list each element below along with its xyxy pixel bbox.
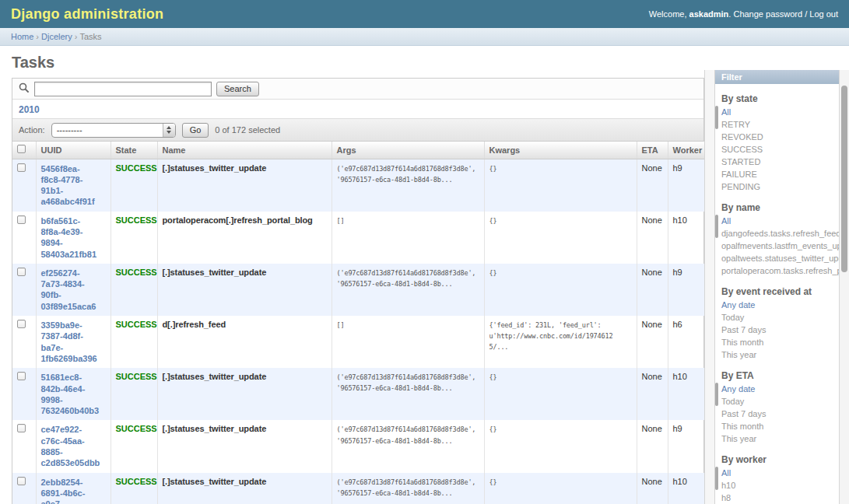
filter-list-scrollbar-thumb[interactable]	[715, 106, 718, 129]
filter-section-by-worker: By worker All h10 h8 h6	[715, 454, 839, 504]
column-header-kwargs[interactable]: Kwargs	[484, 142, 637, 159]
uuid-link[interactable]: 3359ba9e- 7387-4d8f- ba7e- 1fb6269ba396	[41, 320, 106, 364]
uuid-link[interactable]: 51681ec8- 842b-46e4- 9998- 7632460b40b3	[41, 372, 106, 416]
filter-heading: By event received at	[721, 286, 833, 297]
change-password-link[interactable]: Change password	[733, 9, 802, 19]
breadcrumb-home[interactable]: Home	[11, 32, 33, 41]
uuid-link[interactable]: 5456f8ea- f8c8-4778- 91b1- a468abc4f91f	[41, 163, 106, 208]
filter-section-by-eta: By ETA Any date Today Past 7 days This m…	[715, 370, 839, 445]
filter-option-link[interactable]: All	[721, 216, 731, 226]
filter-option-link[interactable]: All	[721, 468, 731, 478]
task-kwargs: {'feed_id': 231L, 'feed_url': u'http://w…	[489, 321, 613, 351]
filter-option-link[interactable]: Today	[721, 397, 744, 406]
column-header-worker[interactable]: Worker	[668, 142, 705, 159]
content-scrollbar[interactable]	[704, 70, 715, 504]
changelist-module: Search 2010 Action: --------- Go 0 of 17…	[12, 78, 704, 504]
table-row: 51681ec8- 842b-46e4- 9998- 7632460b40b3 …	[12, 368, 705, 420]
select-all-checkbox[interactable]	[17, 145, 26, 153]
filter-option-link[interactable]: FAILURE	[721, 170, 757, 179]
row-checkbox[interactable]	[17, 320, 26, 328]
task-worker: h10	[668, 212, 705, 264]
task-name: [.]statuses_twitter_update	[163, 477, 267, 486]
select-all-cell	[12, 142, 36, 159]
filter-option-link[interactable]: opalfmevents.lastfm_events_update	[721, 241, 839, 250]
filter-list-scrollbar-thumb[interactable]	[715, 467, 718, 490]
task-args: ('e97c687d13d87f614a6d81768d8f3d8e', '96…	[337, 478, 476, 497]
filter-option-link[interactable]: SUCCESS	[721, 145, 763, 154]
task-kwargs: {}	[489, 269, 497, 277]
action-counter: 0 of 172 selected	[215, 125, 280, 135]
row-checkbox[interactable]	[17, 215, 26, 224]
task-name: [.]statuses_twitter_update	[163, 372, 267, 381]
row-checkbox[interactable]	[17, 424, 26, 432]
user-links-separator: /	[805, 9, 807, 19]
filter-option-link[interactable]: This year	[721, 350, 756, 359]
search-input[interactable]	[34, 82, 212, 96]
filter-list-scrollbar-thumb[interactable]	[715, 215, 718, 238]
date-hierarchy-year-link[interactable]: 2010	[19, 104, 40, 115]
filter-heading: By worker	[721, 454, 833, 465]
page-scrollbar[interactable]	[839, 70, 849, 504]
action-select[interactable]: ---------	[51, 123, 176, 138]
row-checkbox[interactable]	[17, 163, 26, 172]
uuid-link[interactable]: 2ebb8254- 6891-4b6c- a0e7- b4104d4397	[41, 477, 106, 504]
task-eta: None	[637, 368, 668, 420]
task-worker: h6	[668, 316, 705, 368]
breadcrumb: Home›Djcelery›Tasks	[0, 28, 849, 46]
filter-option-link[interactable]: h10	[721, 481, 735, 490]
breadcrumb-djcelery[interactable]: Djcelery	[41, 32, 72, 41]
filter-option-link[interactable]: Any date	[721, 384, 755, 394]
state-badge: SUCCESS	[116, 215, 157, 225]
filter-option-link[interactable]: PENDING	[721, 182, 760, 191]
filter-option-link[interactable]: STARTED	[721, 157, 760, 166]
filter-option-link[interactable]: This month	[721, 422, 763, 431]
search-button[interactable]: Search	[216, 82, 259, 96]
task-worker: h10	[668, 473, 705, 504]
row-checkbox[interactable]	[17, 477, 26, 485]
filter-list-scrollbar-thumb[interactable]	[715, 383, 718, 406]
page-title: Tasks	[12, 54, 704, 72]
logout-link[interactable]: Log out	[809, 9, 838, 19]
filter-option-link[interactable]: This month	[721, 338, 763, 347]
search-toolbar: Search	[12, 79, 703, 100]
action-select-value: ---------	[52, 124, 163, 137]
table-row: 5456f8ea- f8c8-4778- 91b1- a468abc4f91f …	[12, 159, 705, 212]
filter-option-link[interactable]: All	[721, 107, 731, 117]
state-badge: SUCCESS	[116, 320, 157, 329]
task-kwargs: {}	[489, 373, 497, 381]
filter-option-link[interactable]: Past 7 days	[721, 409, 766, 418]
filter-panel: Filter By state All RETRY REVOKED SUCCES…	[715, 70, 839, 504]
column-header-args[interactable]: Args	[332, 142, 484, 159]
filter-option-link[interactable]: RETRY	[721, 120, 750, 129]
row-checkbox[interactable]	[17, 372, 26, 380]
go-button[interactable]: Go	[182, 123, 209, 138]
filter-option-link[interactable]: REVOKED	[721, 132, 763, 142]
column-header-eta[interactable]: ETA	[637, 142, 668, 159]
app-header: Django administration Welcome, askadmin.…	[0, 0, 849, 28]
filter-title: Filter	[715, 70, 839, 84]
filter-option-link[interactable]: This year	[721, 434, 756, 443]
row-checkbox[interactable]	[17, 268, 26, 276]
uuid-link[interactable]: ce47e922- c76c-45aa- 8885- c2d853e05dbb	[41, 424, 106, 468]
column-header-name[interactable]: Name	[157, 142, 332, 159]
filter-option-link[interactable]: Today	[721, 313, 744, 322]
filter-option-link[interactable]: h8	[721, 493, 731, 502]
filter-option-link[interactable]: Any date	[721, 300, 755, 310]
filter-heading: By ETA	[721, 370, 833, 381]
uuid-link[interactable]: ef256274- 7a73-4834- 90fb- 03f89e15aca6	[41, 268, 106, 312]
site-title: Django administration	[11, 6, 163, 23]
task-eta: None	[637, 316, 668, 368]
column-header-uuid[interactable]: UUID	[36, 142, 111, 159]
uuid-link[interactable]: b6fa561c- 8f8a-4e39- 9894- 58403a21fb81	[41, 215, 106, 260]
filter-option-link[interactable]: opaltweets.statuses_twitter_update	[721, 254, 839, 263]
task-name: [.]statuses_twitter_update	[163, 424, 267, 433]
chevron-up-icon	[167, 126, 171, 129]
filter-option-link[interactable]: Past 7 days	[721, 325, 766, 334]
column-header-state[interactable]: State	[111, 142, 157, 159]
page-scrollbar-thumb[interactable]	[841, 86, 847, 272]
task-args: ('e97c687d13d87f614a6d81768d8f3d8e', '96…	[337, 425, 476, 444]
task-eta: None	[637, 473, 668, 504]
task-kwargs: {}	[489, 217, 497, 225]
filter-option-link[interactable]: djangofeeds.tasks.refresh_feed	[721, 229, 839, 238]
filter-option-link[interactable]: portaloperacom.tasks.refresh_portal_blog	[721, 266, 839, 275]
